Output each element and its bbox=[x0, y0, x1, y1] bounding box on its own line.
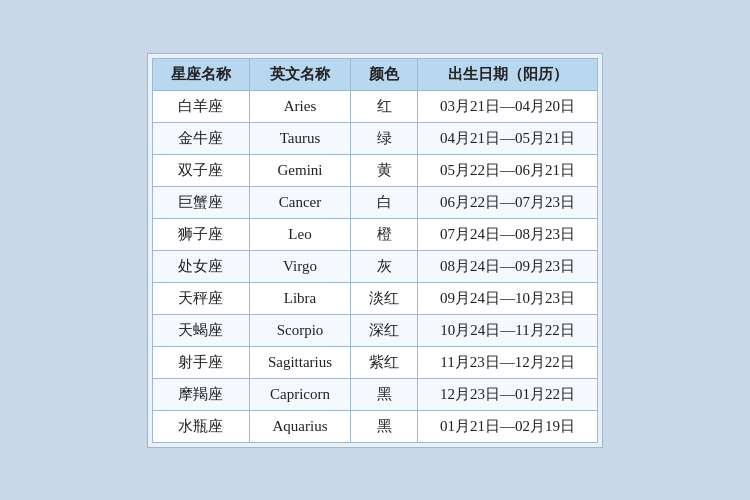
cell-english: Taurus bbox=[249, 122, 350, 154]
header-english: 英文名称 bbox=[249, 58, 350, 90]
cell-chinese: 天蝎座 bbox=[152, 314, 249, 346]
cell-chinese: 双子座 bbox=[152, 154, 249, 186]
cell-color: 淡红 bbox=[351, 282, 418, 314]
cell-date: 07月24日—08月23日 bbox=[418, 218, 598, 250]
table-body: 白羊座Aries红03月21日—04月20日金牛座Taurus绿04月21日—0… bbox=[152, 90, 597, 442]
cell-english: Aquarius bbox=[249, 410, 350, 442]
cell-chinese: 射手座 bbox=[152, 346, 249, 378]
table-row: 白羊座Aries红03月21日—04月20日 bbox=[152, 90, 597, 122]
cell-english: Leo bbox=[249, 218, 350, 250]
cell-english: Aries bbox=[249, 90, 350, 122]
table-row: 天秤座Libra淡红09月24日—10月23日 bbox=[152, 282, 597, 314]
cell-date: 12月23日—01月22日 bbox=[418, 378, 598, 410]
cell-color: 深红 bbox=[351, 314, 418, 346]
cell-chinese: 天秤座 bbox=[152, 282, 249, 314]
cell-date: 09月24日—10月23日 bbox=[418, 282, 598, 314]
cell-color: 绿 bbox=[351, 122, 418, 154]
table-row: 巨蟹座Cancer白06月22日—07月23日 bbox=[152, 186, 597, 218]
cell-english: Virgo bbox=[249, 250, 350, 282]
zodiac-table-wrapper: 星座名称 英文名称 颜色 出生日期（阳历） 白羊座Aries红03月21日—04… bbox=[147, 53, 603, 448]
table-row: 金牛座Taurus绿04月21日—05月21日 bbox=[152, 122, 597, 154]
cell-date: 10月24日—11月22日 bbox=[418, 314, 598, 346]
cell-english: Sagittarius bbox=[249, 346, 350, 378]
cell-color: 黑 bbox=[351, 378, 418, 410]
cell-date: 01月21日—02月19日 bbox=[418, 410, 598, 442]
cell-chinese: 金牛座 bbox=[152, 122, 249, 154]
cell-date: 11月23日—12月22日 bbox=[418, 346, 598, 378]
header-date: 出生日期（阳历） bbox=[418, 58, 598, 90]
cell-chinese: 狮子座 bbox=[152, 218, 249, 250]
zodiac-table: 星座名称 英文名称 颜色 出生日期（阳历） 白羊座Aries红03月21日—04… bbox=[152, 58, 598, 443]
cell-chinese: 水瓶座 bbox=[152, 410, 249, 442]
cell-date: 06月22日—07月23日 bbox=[418, 186, 598, 218]
cell-color: 黑 bbox=[351, 410, 418, 442]
table-row: 狮子座Leo橙07月24日—08月23日 bbox=[152, 218, 597, 250]
cell-color: 灰 bbox=[351, 250, 418, 282]
cell-color: 黄 bbox=[351, 154, 418, 186]
cell-english: Libra bbox=[249, 282, 350, 314]
cell-chinese: 摩羯座 bbox=[152, 378, 249, 410]
cell-date: 05月22日—06月21日 bbox=[418, 154, 598, 186]
cell-english: Scorpio bbox=[249, 314, 350, 346]
cell-english: Capricorn bbox=[249, 378, 350, 410]
table-row: 水瓶座Aquarius黑01月21日—02月19日 bbox=[152, 410, 597, 442]
cell-date: 08月24日—09月23日 bbox=[418, 250, 598, 282]
cell-color: 红 bbox=[351, 90, 418, 122]
cell-color: 白 bbox=[351, 186, 418, 218]
header-color: 颜色 bbox=[351, 58, 418, 90]
table-header-row: 星座名称 英文名称 颜色 出生日期（阳历） bbox=[152, 58, 597, 90]
cell-date: 03月21日—04月20日 bbox=[418, 90, 598, 122]
table-row: 双子座Gemini黄05月22日—06月21日 bbox=[152, 154, 597, 186]
header-chinese: 星座名称 bbox=[152, 58, 249, 90]
cell-english: Cancer bbox=[249, 186, 350, 218]
cell-date: 04月21日—05月21日 bbox=[418, 122, 598, 154]
table-row: 摩羯座Capricorn黑12月23日—01月22日 bbox=[152, 378, 597, 410]
cell-color: 橙 bbox=[351, 218, 418, 250]
table-row: 天蝎座Scorpio深红10月24日—11月22日 bbox=[152, 314, 597, 346]
table-row: 处女座Virgo灰08月24日—09月23日 bbox=[152, 250, 597, 282]
cell-chinese: 处女座 bbox=[152, 250, 249, 282]
cell-chinese: 巨蟹座 bbox=[152, 186, 249, 218]
cell-english: Gemini bbox=[249, 154, 350, 186]
cell-color: 紫红 bbox=[351, 346, 418, 378]
table-row: 射手座Sagittarius紫红11月23日—12月22日 bbox=[152, 346, 597, 378]
cell-chinese: 白羊座 bbox=[152, 90, 249, 122]
